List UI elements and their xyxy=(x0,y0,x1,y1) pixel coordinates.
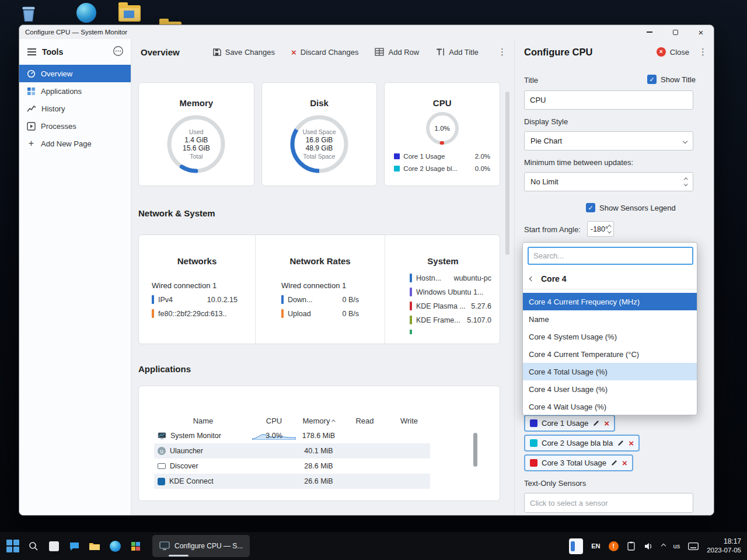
sidebar-item-processes[interactable]: Processes xyxy=(19,117,131,135)
start-button[interactable] xyxy=(6,539,20,553)
table-row[interactable]: Discover 28.6 MiB xyxy=(154,459,430,474)
remove-sensor-icon[interactable]: × xyxy=(604,419,609,428)
window-titlebar[interactable]: Configure CPU — System Monitor × xyxy=(19,25,714,39)
clipboard-icon[interactable] xyxy=(627,541,636,551)
toolbar-overflow-button[interactable]: ⋮ xyxy=(498,47,507,57)
sensor-option[interactable]: Name xyxy=(523,310,697,328)
legend-swatch xyxy=(394,153,400,159)
network-system-header: Network & System xyxy=(138,208,500,218)
close-window-button[interactable]: × xyxy=(688,25,714,39)
networks-title: Networks xyxy=(139,256,255,266)
sensor-color-bar xyxy=(410,274,412,282)
gauge-icon xyxy=(27,69,36,78)
table-row[interactable]: System Monitor 3.0% 178.6 MiB xyxy=(154,428,430,443)
app-name: KDE Connect xyxy=(169,477,214,485)
sensor-chip[interactable]: Core 2 Usage bla bla × xyxy=(524,435,640,452)
table-row[interactable]: u Ulauncher 40.1 MiB xyxy=(154,443,430,459)
sensor-option[interactable]: Core 4 Wait Usage (%) xyxy=(523,398,697,415)
sensor-option[interactable]: Core 4 Total Usage (%) xyxy=(523,363,697,380)
sensor-option[interactable]: Core 4 Current Temperature (°C) xyxy=(523,345,697,363)
table-header-row: Name CPU Memory Read Write xyxy=(154,413,430,428)
sensor-option[interactable]: Core 4 System Usage (%) xyxy=(523,328,697,345)
volume-icon[interactable] xyxy=(644,541,654,551)
save-changes-button[interactable]: Save Changes xyxy=(212,47,275,57)
browser-icon[interactable] xyxy=(76,3,96,23)
column-header-name[interactable]: Name xyxy=(154,416,252,425)
taskbar-white-app-icon[interactable] xyxy=(47,539,61,553)
sensor-label: IPv4 xyxy=(158,296,204,304)
spin-up-icon[interactable] xyxy=(684,178,687,181)
folder-icon-1[interactable] xyxy=(118,5,141,22)
tray-panel-icon[interactable] xyxy=(569,538,583,554)
disk-card: Disk Used Space 16.8 GiB 48.9 GiB Total … xyxy=(261,82,378,186)
text-only-sensor-input[interactable] xyxy=(524,493,693,513)
spin-down-icon[interactable] xyxy=(608,229,611,233)
taskbar-folder-icon[interactable] xyxy=(88,539,102,553)
taskbar-browser-icon[interactable] xyxy=(108,539,122,553)
remove-sensor-icon[interactable]: × xyxy=(629,439,634,447)
main-scrollbar[interactable] xyxy=(505,92,509,255)
taskbar-active-task-button[interactable]: Configure CPU — S... xyxy=(152,535,250,557)
text-only-sensors-label: Text-Only Sensors xyxy=(524,479,586,488)
spin-up-icon[interactable] xyxy=(608,225,611,229)
taskbar-grid-app-icon[interactable] xyxy=(128,539,142,553)
table-row[interactable]: KDE Connect 26.6 MiB xyxy=(154,474,430,489)
sensor-label: KDE Frame... xyxy=(416,316,463,324)
column-header-write[interactable]: Write xyxy=(388,416,430,425)
discard-changes-button[interactable]: × Discard Changes xyxy=(291,47,358,57)
sensor-chip[interactable]: Core 3 Total Usage × xyxy=(524,454,633,471)
display-style-select[interactable]: Pie Chart xyxy=(524,131,693,150)
column-header-read[interactable]: Read xyxy=(341,416,388,425)
maximize-icon xyxy=(673,30,678,35)
keyboard-layout-badge[interactable]: us xyxy=(673,542,680,550)
recycle-bin-icon[interactable] xyxy=(18,3,40,26)
title-input[interactable] xyxy=(524,90,693,110)
language-badge[interactable]: EN xyxy=(591,542,600,550)
sidebar-item-history[interactable]: History xyxy=(19,100,131,117)
keyboard-icon[interactable] xyxy=(688,542,699,550)
minimize-button[interactable] xyxy=(637,25,662,39)
sidebar-item-add-new-page[interactable]: + Add New Page xyxy=(19,135,131,152)
sensor-option[interactable]: Core 4 Current Frequency (MHz) xyxy=(523,293,697,310)
sensor-value: 5.27.6 xyxy=(471,302,491,310)
taskbar-clock[interactable]: 18:17 2023-07-05 xyxy=(707,537,741,555)
system-column: System Hostn... wubuntu-pc Windows Ubunt… xyxy=(385,235,501,344)
hamburger-menu-icon[interactable] xyxy=(27,48,36,55)
show-sensors-legend-checkbox[interactable]: ✓ Show Sensors Legend xyxy=(586,203,676,212)
sidebar-item-applications[interactable]: Applications xyxy=(19,82,131,100)
add-title-button[interactable]: Add Title xyxy=(435,47,479,57)
column-header-cpu[interactable]: CPU xyxy=(252,416,296,425)
discover-app-icon xyxy=(158,463,166,469)
sensor-search-input[interactable] xyxy=(528,247,693,265)
close-panel-button[interactable]: × Close xyxy=(657,47,689,57)
table-scrollbar[interactable] xyxy=(473,433,477,467)
notification-warning-icon[interactable]: ! xyxy=(609,541,619,551)
sensor-chip[interactable]: Core 1 Usage × xyxy=(524,415,615,432)
sensor-option[interactable]: Core 4 User Usage (%) xyxy=(523,380,697,398)
edit-pencil-icon[interactable] xyxy=(592,419,600,427)
networks-column: Networks Wired connection 1 IPv4 10.0.2.… xyxy=(139,235,255,344)
start-angle-spinner[interactable]: -180° xyxy=(587,221,614,237)
add-row-button[interactable]: Add Row xyxy=(375,47,419,57)
column-header-memory[interactable]: Memory xyxy=(296,416,341,425)
close-icon: × xyxy=(699,27,704,37)
network-rates-column: Network Rates Wired connection 1 Down...… xyxy=(255,235,385,344)
update-interval-spinner[interactable]: No Limit xyxy=(524,172,693,191)
maximize-button[interactable] xyxy=(662,25,688,39)
tray-expand-icon[interactable] xyxy=(661,544,665,548)
page-settings-button[interactable] xyxy=(113,46,124,59)
sidebar-item-label: Processes xyxy=(41,122,76,131)
sidebar-item-overview[interactable]: Overview xyxy=(19,65,131,82)
panel-overflow-button[interactable]: ⋮ xyxy=(699,47,708,57)
edit-pencil-icon[interactable] xyxy=(610,459,618,467)
back-chevron-icon[interactable] xyxy=(529,276,534,281)
spin-down-icon[interactable] xyxy=(684,182,687,186)
sidebar: Tools Overview Applications History Proc… xyxy=(19,39,131,515)
taskbar-chat-icon[interactable] xyxy=(67,539,81,553)
remove-sensor-icon[interactable]: × xyxy=(622,459,627,467)
taskbar-search-button[interactable] xyxy=(26,539,40,553)
edit-pencil-icon[interactable] xyxy=(617,439,624,447)
show-title-checkbox[interactable]: ✓ Show Title xyxy=(647,75,696,84)
memory-cell: 28.6 MiB xyxy=(296,462,341,470)
sensor-label: Windows Ubuntu 1... xyxy=(416,288,488,296)
